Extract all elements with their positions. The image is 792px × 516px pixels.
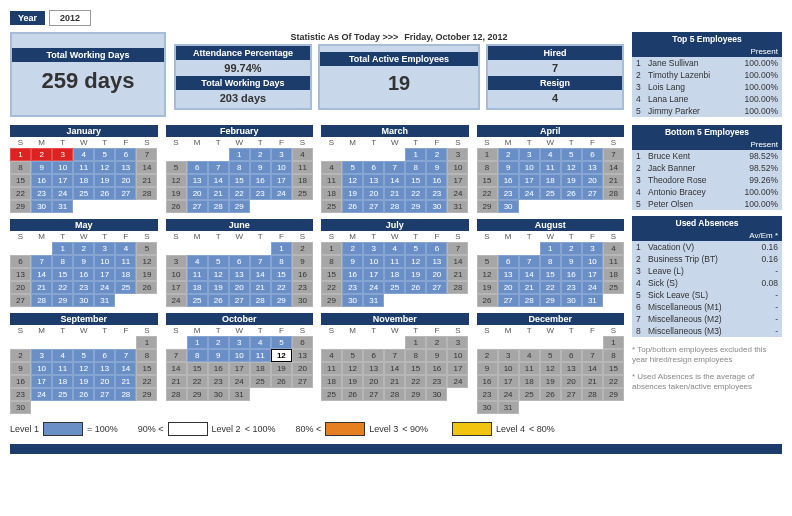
day-cell: 23 <box>426 187 447 200</box>
day-cell: 14 <box>519 268 540 281</box>
dow-cell: M <box>498 137 519 148</box>
day-cell: 28 <box>603 187 624 200</box>
day-cell: 24 <box>447 187 468 200</box>
year-label: Year <box>10 11 45 25</box>
day-cell: 22 <box>477 187 498 200</box>
day-cell: 18 <box>321 187 342 200</box>
dow-cell: T <box>94 137 115 148</box>
day-cell: 10 <box>271 161 292 174</box>
day-cell: 29 <box>477 200 498 213</box>
day-cell: 15 <box>477 174 498 187</box>
day-cell: 27 <box>10 294 31 307</box>
day-cell: 13 <box>187 174 208 187</box>
day-cell: 14 <box>31 268 52 281</box>
day-cell: 27 <box>582 187 603 200</box>
day-cell: 8 <box>229 161 250 174</box>
day-cell: 17 <box>519 174 540 187</box>
day-cell: 3 <box>447 148 468 161</box>
day-cell: 2 <box>342 242 363 255</box>
day-cell: 27 <box>115 187 136 200</box>
day-cell: 31 <box>447 200 468 213</box>
day-cell: 8 <box>10 161 31 174</box>
dow-cell: S <box>292 231 313 242</box>
day-cell: 24 <box>271 187 292 200</box>
day-cell: 26 <box>136 281 157 294</box>
dow-cell: W <box>73 325 94 336</box>
day-cell: 7 <box>166 349 187 362</box>
day-cell: 15 <box>321 268 342 281</box>
day-cell: 27 <box>187 200 208 213</box>
day-cell: 16 <box>561 268 582 281</box>
day-cell: 16 <box>426 362 447 375</box>
dow-cell: S <box>292 137 313 148</box>
day-cell: 1 <box>405 148 426 161</box>
month-october: OctoberSMTWTFS12345678910111213141516171… <box>166 313 314 414</box>
day-cell: 6 <box>10 255 31 268</box>
day-cell: 13 <box>498 268 519 281</box>
day-cell: 11 <box>384 255 405 268</box>
day-cell: 16 <box>208 362 229 375</box>
dow-cell: F <box>582 325 603 336</box>
day-cell: 11 <box>540 161 561 174</box>
day-cell: 30 <box>292 294 313 307</box>
day-cell: 13 <box>426 255 447 268</box>
year-value[interactable]: 2012 <box>49 10 91 26</box>
day-cell: 9 <box>31 161 52 174</box>
twd-value: 259 days <box>18 64 158 98</box>
day-cell: 26 <box>94 187 115 200</box>
day-cell: 11 <box>603 255 624 268</box>
dow-cell: W <box>229 137 250 148</box>
hired-title: Hired <box>488 46 622 60</box>
day-cell: 8 <box>540 255 561 268</box>
day-cell: 9 <box>10 362 31 375</box>
day-cell: 20 <box>94 375 115 388</box>
day-cell: 12 <box>208 268 229 281</box>
day-cell: 30 <box>342 294 363 307</box>
day-cell: 3 <box>582 242 603 255</box>
day-cell: 4 <box>52 349 73 362</box>
day-cell: 4 <box>250 336 271 349</box>
active-box: Total Active Employees 19 <box>318 44 480 110</box>
day-cell: 16 <box>477 375 498 388</box>
day-cell: 17 <box>582 268 603 281</box>
day-cell: 16 <box>250 174 271 187</box>
month-title: August <box>477 219 625 231</box>
day-cell: 3 <box>94 242 115 255</box>
day-cell: 10 <box>166 268 187 281</box>
day-cell: 19 <box>271 362 292 375</box>
day-cell: 18 <box>250 362 271 375</box>
day-cell: 1 <box>321 242 342 255</box>
day-cell: 2 <box>292 242 313 255</box>
attendance-value: 99.74% <box>182 62 304 74</box>
day-cell: 28 <box>519 294 540 307</box>
day-cell: 20 <box>582 174 603 187</box>
day-cell: 12 <box>136 255 157 268</box>
day-cell: 5 <box>342 349 363 362</box>
day-cell: 21 <box>166 375 187 388</box>
day-cell: 28 <box>136 187 157 200</box>
day-cell: 20 <box>229 281 250 294</box>
dow-cell: F <box>271 231 292 242</box>
day-cell: 2 <box>498 148 519 161</box>
legend-item: Level 4< 80% <box>448 422 555 436</box>
day-cell: 29 <box>52 294 73 307</box>
day-cell: 21 <box>136 174 157 187</box>
dow-cell: S <box>10 137 31 148</box>
month-march: MarchSMTWTFS1234567891011121314151617181… <box>321 125 469 213</box>
day-cell: 7 <box>136 148 157 161</box>
dow-cell: T <box>561 325 582 336</box>
day-cell: 6 <box>94 349 115 362</box>
day-cell: 14 <box>603 161 624 174</box>
day-cell: 23 <box>498 187 519 200</box>
day-cell: 18 <box>321 375 342 388</box>
day-cell: 3 <box>498 349 519 362</box>
day-cell: 17 <box>363 268 384 281</box>
day-cell: 30 <box>561 294 582 307</box>
day-cell: 3 <box>519 148 540 161</box>
day-cell: 5 <box>405 242 426 255</box>
month-title: January <box>10 125 158 137</box>
day-cell: 25 <box>519 388 540 401</box>
month-november: NovemberSMTWTFS1234567891011121314151617… <box>321 313 469 414</box>
day-cell: 24 <box>94 281 115 294</box>
dow-cell: F <box>426 137 447 148</box>
